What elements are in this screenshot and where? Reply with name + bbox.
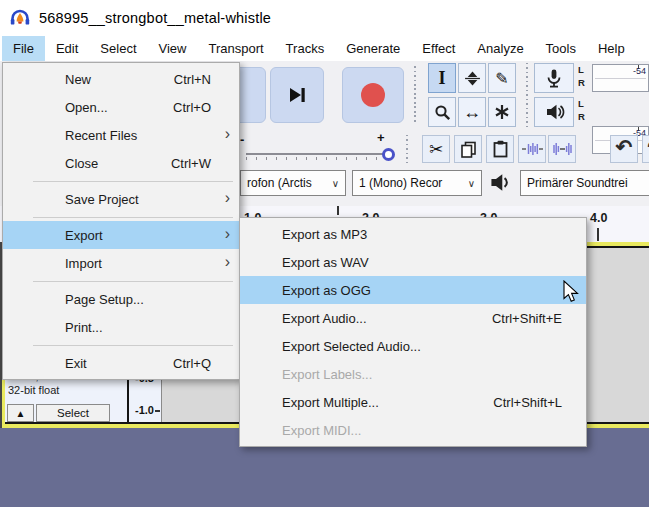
menubar-item-tracks[interactable]: Tracks [275,36,336,61]
menu-item-label: Export [65,228,103,243]
playback-device-combo[interactable]: Primärer Soundtrei [520,170,649,196]
menu-item-import[interactable]: Import › [3,249,239,277]
speed-slider-track[interactable] [246,153,388,155]
menu-item-export-as-ogg[interactable]: Export as OGG [240,276,586,304]
audacity-logo-icon [9,8,31,28]
menubar-item-view[interactable]: View [148,36,198,61]
menu-item-export-as-wav[interactable]: Export as WAV [240,248,586,276]
submenu-arrow-icon: › [225,125,230,143]
cursor-icon [563,280,580,307]
selection-tool-button[interactable]: I [428,63,456,93]
menubar-item-effect[interactable]: Effect [411,36,466,61]
recording-channels-combo[interactable]: 1 (Mono) Recor ∨ [352,170,482,196]
playback-meter-button[interactable] [534,97,574,127]
track-format-line2: 32-bit float [8,384,59,396]
skip-to-end-icon [288,86,307,104]
paste-icon [492,140,509,158]
menubar-item-analyze[interactable]: Analyze [466,36,534,61]
recording-channels-value: 1 (Mono) Recor [359,176,442,190]
menu-item-label: New [65,72,91,87]
menu-item-label: Print... [65,320,103,335]
trim-audio-button[interactable] [518,135,546,163]
menubar-item-transport[interactable]: Transport [197,36,274,61]
selection-tool-icon: I [438,68,445,89]
zoom-tool-button[interactable] [428,97,456,127]
menu-item-open[interactable]: Open... Ctrl+O [3,93,239,121]
track-select-button[interactable]: Select [36,404,110,422]
ruler-tick [155,410,160,412]
playhead-marker [337,206,339,215]
playback-meter-channel-labels: L R [578,99,585,122]
meter-label-r: R [578,78,585,88]
redo-button[interactable]: ↷ [642,135,649,163]
timeshift-tool-button[interactable]: ↔ [458,97,486,127]
menu-item-label: Export MIDI... [282,423,361,438]
chevron-down-icon: ∨ [326,178,339,189]
menu-item-label: Export as WAV [282,255,369,270]
recording-device-value: rofon (Arctis [247,176,312,190]
silence-audio-button[interactable] [548,135,576,163]
menu-item-export-midi: Export MIDI... [240,416,586,444]
cut-button[interactable]: ✂ [422,135,450,163]
multi-tool-button[interactable] [488,97,516,127]
recording-meter-button[interactable] [534,63,574,93]
menubar-item-tools[interactable]: Tools [535,36,587,61]
menu-item-recent-files[interactable]: Recent Files › [3,121,239,149]
audacity-window: { "titlebar": { "title": "568995__strong… [0,0,649,507]
menubar-item-select[interactable]: Select [89,36,147,61]
meter-label-l: L [578,65,585,75]
record-button[interactable] [342,67,404,123]
menu-item-export-selected-audio[interactable]: Export Selected Audio... [240,332,586,360]
menubar-item-file[interactable]: File [2,36,45,61]
menubar-item-edit[interactable]: Edit [45,36,89,61]
menu-item-page-setup[interactable]: Page Setup... [3,285,239,313]
menu-item-export-as-mp3[interactable]: Export as MP3 [240,220,586,248]
menu-item-export[interactable]: Export › [3,221,239,249]
menu-item-label: Export Audio... [282,311,367,326]
menu-item-label: Recent Files [65,128,137,143]
timeline-label: 4.0 [590,211,607,225]
menu-item-label: Export as OGG [282,283,371,298]
envelope-tool-icon [464,70,481,87]
toolbar-grip[interactable] [524,63,530,127]
copy-button[interactable] [454,135,482,163]
slider-plus-label: + [377,130,385,145]
file-menu: New Ctrl+N Open... Ctrl+O Recent Files ›… [2,62,240,380]
menubar-item-help[interactable]: Help [587,36,636,61]
toolbar-grip[interactable] [412,66,418,124]
menu-item-label: Export Selected Audio... [282,339,421,354]
menu-item-save-project[interactable]: Save Project › [3,185,239,213]
menu-item-close[interactable]: Close Ctrl+W [3,149,239,177]
trim-audio-icon [522,141,543,157]
recording-device-combo[interactable]: rofon (Arctis ∨ [240,170,346,196]
toolbar-grip[interactable] [404,135,410,165]
recording-meter[interactable]: -54 [592,64,649,92]
menu-item-exit[interactable]: Exit Ctrl+Q [3,349,239,377]
draw-tool-button[interactable]: ✎ [488,63,516,93]
menu-item-new[interactable]: New Ctrl+N [3,65,239,93]
multi-tool-icon [494,104,510,120]
menu-item-print[interactable]: Print... [3,313,239,341]
slider-minus-label: - [240,132,244,147]
submenu-arrow-icon: › [225,189,230,207]
menubar-item-generate[interactable]: Generate [335,36,411,61]
copy-icon [460,141,477,158]
paste-button[interactable] [486,135,514,163]
microphone-icon [544,68,564,89]
collapse-track-button[interactable]: ▲ [7,404,34,422]
menu-item-label: Export Multiple... [282,395,379,410]
menu-item-export-audio[interactable]: Export Audio... Ctrl+Shift+E [240,304,586,332]
meter-label-r: R [578,112,585,122]
menu-item-shortcut: Ctrl+W [171,156,229,171]
envelope-tool-button[interactable] [458,63,486,93]
speed-slider-thumb[interactable] [382,148,395,161]
meter-db-value: -54 [633,66,646,76]
skip-to-end-button[interactable] [270,67,324,123]
menu-separator [33,181,233,182]
undo-button[interactable]: ↶ [610,135,638,163]
silence-audio-icon [552,141,573,157]
speaker-icon [544,102,565,122]
menu-item-export-multiple[interactable]: Export Multiple... Ctrl+Shift+L [240,388,586,416]
track-select-label: Select [57,407,89,419]
playback-speaker-icon [488,171,512,198]
